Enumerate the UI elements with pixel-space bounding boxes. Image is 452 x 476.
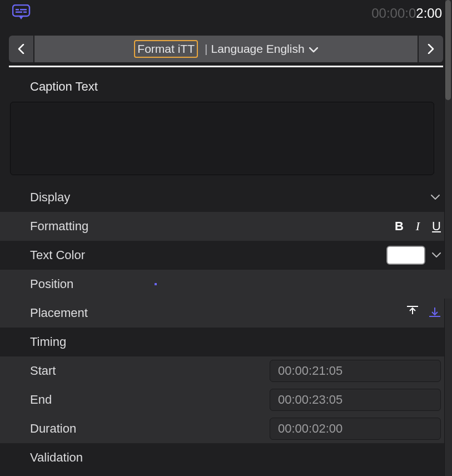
separator: | (205, 42, 207, 56)
underline-button[interactable]: U (432, 219, 441, 234)
timing-label: Timing (30, 335, 66, 349)
chevron-down-icon (309, 42, 318, 56)
display-header-row[interactable]: Display (0, 183, 452, 212)
italic-button[interactable]: I (416, 219, 420, 234)
align-top-icon (406, 305, 419, 318)
chevron-right-icon (428, 44, 434, 54)
start-label: Start (30, 364, 56, 378)
text-color-swatch[interactable] (386, 246, 425, 265)
duration-row: Duration (0, 414, 452, 443)
align-bottom-icon (429, 305, 441, 318)
text-color-label: Text Color (30, 248, 85, 262)
caption-text-input[interactable] (10, 102, 434, 175)
formatting-row: Formatting B I U (0, 212, 452, 241)
position-row: Position (0, 270, 452, 299)
start-time-input[interactable] (270, 360, 441, 382)
placement-top-button[interactable] (406, 305, 419, 321)
validation-header-row: Validation (0, 443, 452, 472)
bold-button[interactable]: B (395, 219, 404, 234)
display-label: Display (30, 190, 70, 205)
format-label: Format iTT (134, 40, 198, 58)
duration-label: Duration (30, 422, 76, 436)
placement-label: Placement (30, 306, 88, 320)
timing-header-row: Timing (0, 328, 452, 356)
next-caption-button[interactable] (419, 36, 443, 62)
text-color-row: Text Color (0, 241, 452, 270)
svg-rect-2 (20, 9, 27, 11)
svg-rect-3 (16, 12, 22, 13)
chevron-left-icon (18, 44, 24, 54)
caption-icon (12, 4, 32, 22)
duration-time-input[interactable] (270, 418, 441, 440)
svg-rect-0 (13, 5, 29, 16)
vertical-scrollbar[interactable] (444, 0, 452, 476)
formatting-label: Formatting (30, 219, 88, 234)
validation-label: Validation (30, 450, 83, 465)
end-row: End (0, 385, 452, 414)
position-indicator-dot (155, 283, 157, 285)
language-label: Language English (211, 42, 304, 56)
prev-caption-button[interactable] (9, 36, 33, 62)
chevron-down-icon[interactable] (432, 251, 441, 260)
scrollbar-thumb[interactable] (445, 0, 451, 100)
caption-text-section-label: Caption Text (0, 67, 452, 102)
svg-rect-4 (23, 12, 27, 13)
end-time-input[interactable] (270, 389, 441, 411)
caption-format-language-selector[interactable]: Format iTT | Language English (34, 36, 418, 62)
end-label: End (30, 393, 52, 407)
chevron-down-icon (431, 193, 441, 202)
placement-row: Placement (0, 299, 452, 328)
header-timecode: 00:00:02:00 (371, 6, 442, 21)
start-row: Start (0, 356, 452, 385)
placement-bottom-button[interactable] (429, 305, 441, 321)
svg-rect-1 (16, 9, 19, 11)
position-label: Position (30, 277, 73, 291)
